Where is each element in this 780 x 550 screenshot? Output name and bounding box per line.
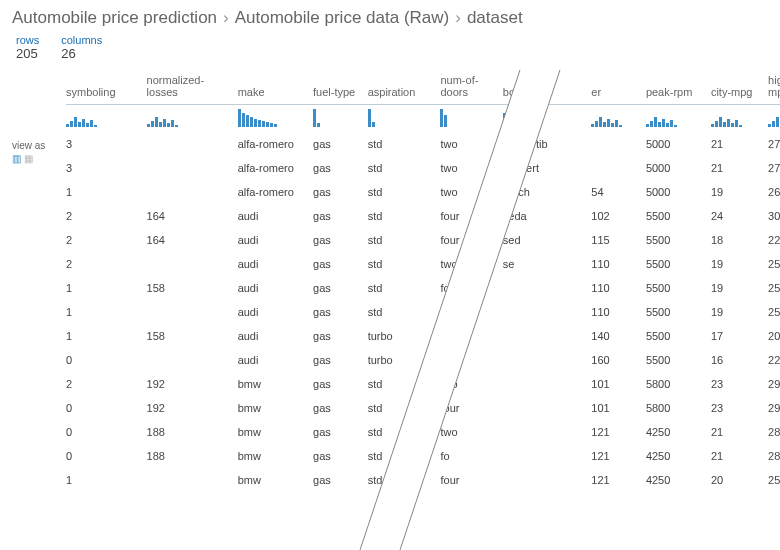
cell-a [585, 135, 640, 159]
view-as: view as ▥ ▦ [12, 140, 45, 164]
cell-doors: four [434, 399, 496, 423]
cell-hmpg: 27 [762, 135, 780, 159]
cell-normalized: 188 [141, 447, 232, 471]
cell-a: 101 [585, 375, 640, 399]
breadcrumb-0[interactable]: Automobile price prediction [12, 8, 217, 28]
cell-symboling: 2 [60, 231, 141, 255]
cell-hmpg: 29 [762, 399, 780, 423]
table-row[interactable]: 0192bmwgasstdfour1015800232916925 [60, 399, 780, 423]
cell-body [497, 327, 585, 351]
cell-body [497, 399, 585, 423]
cell-rpm: 5500 [640, 327, 705, 351]
table-row[interactable]: 2192bmwgasstdtwo1015800232916430 [60, 375, 780, 399]
cell-cmpg: 20 [705, 471, 762, 495]
table-row[interactable]: 3alfa-romerogasstdtwoconvertib5000212713… [60, 135, 780, 159]
cell-normalized [141, 159, 232, 183]
cell-doors: four [434, 303, 496, 327]
table-row[interactable]: 1158audigasturbofour1405500172023875 [60, 327, 780, 351]
col-peak-rpm[interactable]: peak-rpm [640, 71, 705, 104]
table-row[interactable]: 0188bmwgasstdtwo1214250212820970 [60, 423, 780, 447]
table-row[interactable]: 0audigasturbotwo16055001622 [60, 351, 780, 375]
table-row[interactable]: 1bmwgasstdfour1214250202524565 [60, 471, 780, 495]
col-normalized-losses[interactable]: normalized-losses [141, 71, 232, 104]
cell-a: 110 [585, 279, 640, 303]
cell-make: alfa-romero [232, 159, 307, 183]
col-city-mpg[interactable]: city-mpg [705, 71, 762, 104]
cell-rpm: 5800 [640, 375, 705, 399]
cell-asp: turbo [362, 327, 435, 351]
table-row[interactable]: 2164audigasstdfoursed1155500182217450 [60, 231, 780, 255]
cell-hmpg: 22 [762, 351, 780, 375]
cell-hmpg: 25 [762, 255, 780, 279]
col-body-style[interactable]: body-style [497, 71, 585, 104]
breadcrumb-2[interactable]: dataset [467, 8, 523, 28]
cell-doors: two [434, 351, 496, 375]
cell-rpm: 5000 [640, 135, 705, 159]
cell-a: 160 [585, 351, 640, 375]
table-row[interactable]: 2audigasstdtwose1105500192515250 [60, 255, 780, 279]
table-row[interactable]: 2164audigasstdfourseda1025500243013950 [60, 207, 780, 231]
chevron-right-icon: › [223, 8, 229, 28]
cell-asp: std [362, 183, 435, 207]
cell-make: alfa-romero [232, 135, 307, 159]
cell-cmpg: 24 [705, 207, 762, 231]
cell-body: hatch [497, 183, 585, 207]
breadcrumb-1[interactable]: Automobile price data (Raw) [235, 8, 449, 28]
cell-doors: four [434, 207, 496, 231]
chevron-right-icon: › [455, 8, 461, 28]
breadcrumb[interactable]: Automobile price prediction › Automobile… [12, 8, 768, 28]
sparkline-row [60, 105, 780, 135]
cell-cmpg: 21 [705, 447, 762, 471]
cell-hmpg: 25 [762, 279, 780, 303]
sparkline-icon [711, 109, 742, 127]
col-fuel-type[interactable]: fuel-type [307, 71, 362, 104]
cell-symboling: 1 [60, 183, 141, 207]
cell-asp: turbo [362, 351, 435, 375]
col-aspiration[interactable]: aspiration [362, 71, 435, 104]
table-row[interactable]: 1158audigasstdfour1105500192517710 [60, 279, 780, 303]
cell-normalized [141, 303, 232, 327]
cell-symboling: 2 [60, 255, 141, 279]
cell-normalized: 158 [141, 279, 232, 303]
cell-asp: std [362, 399, 435, 423]
data-table: symboling normalized-losses make fuel-ty… [60, 71, 780, 495]
cell-symboling: 0 [60, 351, 141, 375]
cell-asp: std [362, 447, 435, 471]
cell-fuel: gas [307, 135, 362, 159]
table-row[interactable]: 3alfa-romerogasstdtwoconvert500021271650… [60, 159, 780, 183]
sparkline-icon [238, 109, 277, 127]
sparkline-icon [646, 109, 677, 127]
table-row[interactable]: 1audigasstdfour1105500192518920 [60, 303, 780, 327]
table-view-icon[interactable]: ▦ [24, 153, 33, 164]
cell-doors: four [434, 231, 496, 255]
cell-body [497, 375, 585, 399]
cell-body: convertib [497, 135, 585, 159]
cell-hmpg: 30 [762, 207, 780, 231]
cell-symboling: 1 [60, 303, 141, 327]
cell-a: 121 [585, 471, 640, 495]
cell-normalized: 192 [141, 375, 232, 399]
cell-make: audi [232, 303, 307, 327]
cell-rpm: 5500 [640, 279, 705, 303]
cell-fuel: gas [307, 471, 362, 495]
cell-make: bmw [232, 375, 307, 399]
table-row[interactable]: 1alfa-romerogasstdtwohatch54500019261650… [60, 183, 780, 207]
cell-a: 54 [585, 183, 640, 207]
cell-body: se [497, 255, 585, 279]
cell-asp: std [362, 423, 435, 447]
cell-a: 140 [585, 327, 640, 351]
cell-make: audi [232, 255, 307, 279]
col-partial[interactable]: er [585, 71, 640, 104]
cell-normalized [141, 255, 232, 279]
col-highway-mpg[interactable]: highway-mpg [762, 71, 780, 104]
rows-meta: rows 205 [16, 34, 39, 61]
sparkline-icon [147, 109, 178, 127]
cell-make: audi [232, 207, 307, 231]
table-row[interactable]: 0188bmwgasstdfo1214250212821105 [60, 447, 780, 471]
cell-a: 115 [585, 231, 640, 255]
col-make[interactable]: make [232, 71, 307, 104]
cell-symboling: 3 [60, 159, 141, 183]
col-symboling[interactable]: symboling [60, 71, 141, 104]
histogram-view-icon[interactable]: ▥ [12, 153, 21, 164]
col-num-of-doors[interactable]: num-of-doors [434, 71, 496, 104]
